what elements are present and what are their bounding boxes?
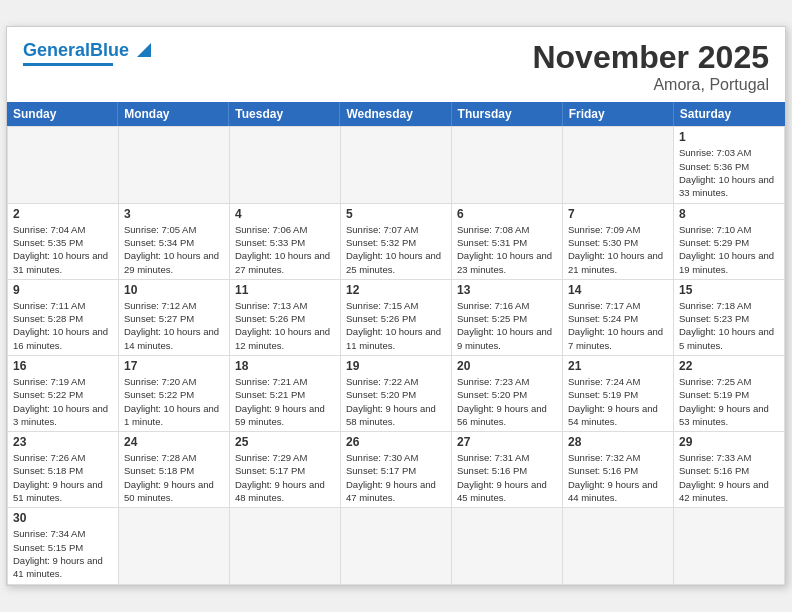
table-row: 5 Sunrise: 7:07 AM Sunset: 5:32 PM Dayli…: [341, 204, 452, 280]
table-row: 15 Sunrise: 7:18 AM Sunset: 5:23 PM Dayl…: [674, 280, 785, 356]
month-title: November 2025: [532, 39, 769, 76]
calendar-container: GeneralBlue November 2025 Amora, Portuga…: [6, 26, 786, 585]
table-row: 27 Sunrise: 7:31 AM Sunset: 5:16 PM Dayl…: [452, 432, 563, 508]
table-row: 26 Sunrise: 7:30 AM Sunset: 5:17 PM Dayl…: [341, 432, 452, 508]
table-row: 22 Sunrise: 7:25 AM Sunset: 5:19 PM Dayl…: [674, 356, 785, 432]
table-row: [119, 508, 230, 584]
table-row: [341, 508, 452, 584]
table-row: 14 Sunrise: 7:17 AM Sunset: 5:24 PM Dayl…: [563, 280, 674, 356]
table-row: [563, 508, 674, 584]
table-row: 7 Sunrise: 7:09 AM Sunset: 5:30 PM Dayli…: [563, 204, 674, 280]
table-row: 28 Sunrise: 7:32 AM Sunset: 5:16 PM Dayl…: [563, 432, 674, 508]
day-header-friday: Friday: [563, 102, 674, 126]
day-header-wednesday: Wednesday: [340, 102, 451, 126]
day-header-thursday: Thursday: [452, 102, 563, 126]
table-row: 4 Sunrise: 7:06 AM Sunset: 5:33 PM Dayli…: [230, 204, 341, 280]
title-section: November 2025 Amora, Portugal: [532, 39, 769, 94]
table-row: 9 Sunrise: 7:11 AM Sunset: 5:28 PM Dayli…: [8, 280, 119, 356]
table-row: 10 Sunrise: 7:12 AM Sunset: 5:27 PM Dayl…: [119, 280, 230, 356]
table-row: 24 Sunrise: 7:28 AM Sunset: 5:18 PM Dayl…: [119, 432, 230, 508]
table-row: 6 Sunrise: 7:08 AM Sunset: 5:31 PM Dayli…: [452, 204, 563, 280]
table-row: [563, 127, 674, 203]
table-row: [8, 127, 119, 203]
table-row: 18 Sunrise: 7:21 AM Sunset: 5:21 PM Dayl…: [230, 356, 341, 432]
logo-blue: Blue: [90, 40, 129, 60]
table-row: 25 Sunrise: 7:29 AM Sunset: 5:17 PM Dayl…: [230, 432, 341, 508]
table-row: [452, 127, 563, 203]
table-row: [452, 508, 563, 584]
table-row: [230, 508, 341, 584]
day-header-sunday: Sunday: [7, 102, 118, 126]
table-row: 3 Sunrise: 7:05 AM Sunset: 5:34 PM Dayli…: [119, 204, 230, 280]
table-row: 12 Sunrise: 7:15 AM Sunset: 5:26 PM Dayl…: [341, 280, 452, 356]
logo-text: GeneralBlue: [23, 40, 129, 61]
table-row: 19 Sunrise: 7:22 AM Sunset: 5:20 PM Dayl…: [341, 356, 452, 432]
table-row: 16 Sunrise: 7:19 AM Sunset: 5:22 PM Dayl…: [8, 356, 119, 432]
table-row: 20 Sunrise: 7:23 AM Sunset: 5:20 PM Dayl…: [452, 356, 563, 432]
day-header-monday: Monday: [118, 102, 229, 126]
table-row: [674, 508, 785, 584]
table-row: [230, 127, 341, 203]
table-row: 23 Sunrise: 7:26 AM Sunset: 5:18 PM Dayl…: [8, 432, 119, 508]
location-title: Amora, Portugal: [532, 76, 769, 94]
logo-general: General: [23, 40, 90, 60]
table-row: [119, 127, 230, 203]
logo-icon: [133, 39, 155, 61]
day-headers: Sunday Monday Tuesday Wednesday Thursday…: [7, 102, 785, 126]
table-row: 29 Sunrise: 7:33 AM Sunset: 5:16 PM Dayl…: [674, 432, 785, 508]
calendar-header: GeneralBlue November 2025 Amora, Portuga…: [7, 27, 785, 102]
calendar-grid: 1 Sunrise: 7:03 AM Sunset: 5:36 PM Dayli…: [7, 126, 785, 584]
day-header-saturday: Saturday: [674, 102, 785, 126]
day-header-tuesday: Tuesday: [229, 102, 340, 126]
table-row: 13 Sunrise: 7:16 AM Sunset: 5:25 PM Dayl…: [452, 280, 563, 356]
table-row: [341, 127, 452, 203]
table-row: 8 Sunrise: 7:10 AM Sunset: 5:29 PM Dayli…: [674, 204, 785, 280]
table-row: 11 Sunrise: 7:13 AM Sunset: 5:26 PM Dayl…: [230, 280, 341, 356]
svg-marker-0: [137, 43, 151, 57]
logo: GeneralBlue: [23, 39, 155, 66]
table-row: 21 Sunrise: 7:24 AM Sunset: 5:19 PM Dayl…: [563, 356, 674, 432]
table-row: 1 Sunrise: 7:03 AM Sunset: 5:36 PM Dayli…: [674, 127, 785, 203]
logo-underline: [23, 63, 113, 66]
table-row: 2 Sunrise: 7:04 AM Sunset: 5:35 PM Dayli…: [8, 204, 119, 280]
table-row: 17 Sunrise: 7:20 AM Sunset: 5:22 PM Dayl…: [119, 356, 230, 432]
table-row: 30 Sunrise: 7:34 AM Sunset: 5:15 PM Dayl…: [8, 508, 119, 584]
